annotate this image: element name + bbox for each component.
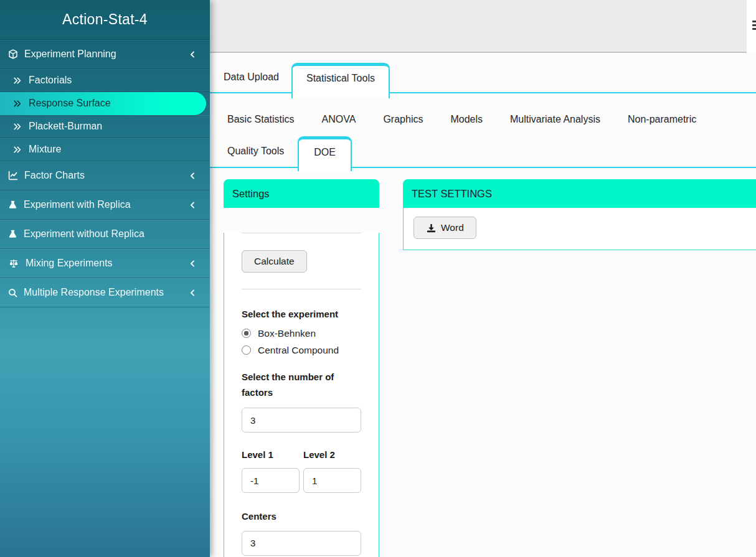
sidebar-menu: Experiment Planning Factorials Response … xyxy=(0,39,210,307)
radio-label: Central Compound xyxy=(258,345,339,356)
panels-row: Settings Calculate Select the experiment… xyxy=(210,179,756,557)
sidebar-item-label: Multiple Response Experiments xyxy=(24,287,182,298)
radio-label: Box-Behnken xyxy=(258,328,316,339)
sidebar-item-label: Factorials xyxy=(29,75,199,86)
radio-input-central-compound[interactable] xyxy=(242,345,251,355)
chevron-left-icon xyxy=(188,259,197,268)
factors-label: Select the number of factors xyxy=(242,370,361,401)
app-title: Action-Stat-4 xyxy=(0,0,210,39)
settings-panel-body: Calculate Select the experiment Box-Behn… xyxy=(224,233,379,557)
test-settings-panel-body: Word xyxy=(403,208,756,250)
flask-icon xyxy=(7,229,18,240)
level2-label: Level 2 xyxy=(303,447,361,463)
sidebar-item-label: Experiment without Replica xyxy=(24,228,199,240)
sidebar-item-label: Plackett-Burman xyxy=(29,121,199,132)
sidebar-item-experiment-with-replica[interactable]: Experiment with Replica xyxy=(0,190,210,220)
sidebar: Action-Stat-4 Experiment Planning Factor… xyxy=(0,0,210,557)
chart-line-icon xyxy=(7,170,19,181)
tab-models[interactable]: Models xyxy=(437,105,496,134)
sidebar-item-label: Experiment with Replica xyxy=(24,199,182,210)
angles-right-icon xyxy=(12,99,23,108)
sidebar-item-response-surface[interactable]: Response Surface xyxy=(0,92,206,115)
radio-box-behnken[interactable]: Box-Behnken xyxy=(242,328,361,339)
tab-anova[interactable]: ANOVA xyxy=(308,105,370,134)
tab-non-parametric[interactable]: Non-parametric xyxy=(614,105,710,134)
level1-input[interactable] xyxy=(242,468,300,493)
test-settings-panel: TEST SETTINGS Word xyxy=(403,179,756,250)
word-button-label: Word xyxy=(441,222,464,233)
divider xyxy=(242,289,361,289)
download-icon xyxy=(426,223,437,233)
sub-tabbar: Basic Statistics ANOVA Graphics Models M… xyxy=(210,105,756,168)
tab-doe[interactable]: DOE xyxy=(298,136,352,171)
angles-right-icon xyxy=(12,145,23,154)
main-tabbar: Data Upload Statistical Tools xyxy=(210,63,756,93)
sidebar-item-multiple-response-experiments[interactable]: Multiple Response Experiments xyxy=(0,278,210,307)
angles-right-icon xyxy=(12,122,23,131)
sidebar-item-label: Experiment Planning xyxy=(24,49,182,60)
sidebar-item-mixing-experiments[interactable]: Mixing Experiments xyxy=(0,249,210,278)
hamburger-menu-icon[interactable] xyxy=(752,21,756,32)
sidebar-item-experiment-planning[interactable]: Experiment Planning xyxy=(0,40,210,69)
settings-panel-header: Settings xyxy=(224,179,379,208)
tab-statistical-tools[interactable]: Statistical Tools xyxy=(291,63,390,98)
level1-label: Level 1 xyxy=(242,447,300,463)
search-icon xyxy=(7,288,18,298)
centers-input[interactable] xyxy=(242,531,361,556)
word-download-button[interactable]: Word xyxy=(413,217,476,239)
chevron-left-icon xyxy=(188,288,197,297)
sidebar-item-label: Response Surface xyxy=(29,98,195,109)
tab-quality-tools[interactable]: Quality Tools xyxy=(214,136,298,166)
balance-scale-icon xyxy=(7,258,20,269)
levels-grid: Level 1 Level 2 xyxy=(242,447,361,493)
sidebar-item-plackett-burman[interactable]: Plackett-Burman xyxy=(0,115,210,138)
top-header-band xyxy=(210,0,756,53)
settings-panel: Settings Calculate Select the experiment… xyxy=(224,179,379,557)
level2-input[interactable] xyxy=(303,468,361,493)
flask-icon xyxy=(7,200,18,210)
tab-graphics[interactable]: Graphics xyxy=(369,105,437,134)
centers-label: Centers xyxy=(242,509,361,525)
cube-icon xyxy=(7,49,19,60)
tab-data-upload[interactable]: Data Upload xyxy=(211,63,291,91)
radio-central-compound[interactable]: Central Compound xyxy=(242,345,361,356)
scrollbar-strip[interactable] xyxy=(747,0,756,53)
main-area: Data Upload Statistical Tools Basic Stat… xyxy=(210,0,756,557)
test-settings-panel-header: TEST SETTINGS xyxy=(403,179,756,208)
factors-input[interactable] xyxy=(242,408,361,433)
sidebar-item-label: Mixing Experiments xyxy=(26,258,182,269)
content-area: Data Upload Statistical Tools Basic Stat… xyxy=(210,53,756,557)
tab-multivariate-analysis[interactable]: Multivariate Analysis xyxy=(496,105,614,134)
divider xyxy=(242,233,361,233)
chevron-left-icon xyxy=(188,200,197,210)
sidebar-item-label: Mixture xyxy=(29,144,199,155)
chevron-left-icon xyxy=(188,171,197,180)
experiment-label: Select the experiment xyxy=(242,307,361,322)
sidebar-item-mixture[interactable]: Mixture xyxy=(0,138,210,161)
calculate-button[interactable]: Calculate xyxy=(242,250,307,273)
angles-right-icon xyxy=(12,76,23,85)
chevron-left-icon xyxy=(188,50,197,59)
radio-input-box-behnken[interactable] xyxy=(242,329,251,338)
sidebar-item-label: Factor Charts xyxy=(24,170,182,181)
sidebar-item-factorials[interactable]: Factorials xyxy=(0,69,210,92)
sub-tab-row-1: Basic Statistics ANOVA Graphics Models M… xyxy=(210,105,756,136)
sub-tab-row-2: Quality Tools DOE xyxy=(210,136,756,168)
tab-basic-statistics[interactable]: Basic Statistics xyxy=(214,105,308,134)
sidebar-item-factor-charts[interactable]: Factor Charts xyxy=(0,161,210,190)
sub-tabbar-underline xyxy=(210,167,756,168)
sidebar-item-experiment-without-replica[interactable]: Experiment without Replica xyxy=(0,220,210,249)
